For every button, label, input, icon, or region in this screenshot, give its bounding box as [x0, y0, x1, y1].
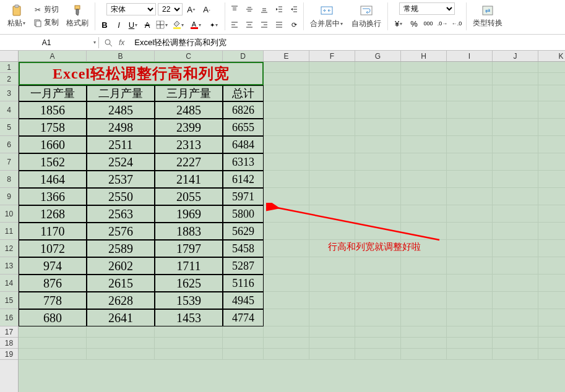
data-cell[interactable]: 2511	[87, 136, 155, 153]
zoom-icon[interactable]	[103, 37, 114, 48]
col-header-D[interactable]: D	[223, 51, 264, 61]
orientation-button[interactable]: ⟳	[287, 18, 301, 32]
data-cell[interactable]: 1883	[155, 223, 223, 240]
comma-button[interactable]: 000	[421, 17, 435, 30]
number-format-select[interactable]: 常规	[399, 2, 455, 15]
data-cell[interactable]: 2576	[87, 223, 155, 240]
align-middle-button[interactable]	[243, 2, 256, 16]
row-header-12[interactable]: 12	[0, 240, 18, 257]
data-cell[interactable]: 5800	[223, 205, 264, 223]
data-cell[interactable]: 2550	[87, 188, 155, 205]
row-header-1[interactable]: 1	[0, 62, 18, 73]
name-box-dropdown[interactable]: ▾	[93, 40, 96, 45]
align-center-button[interactable]	[243, 18, 256, 32]
data-cell[interactable]: 2563	[87, 205, 155, 223]
row-header-3[interactable]: 3	[0, 85, 18, 101]
copy-button[interactable]: 复制	[30, 16, 61, 29]
data-cell[interactable]: 1366	[19, 188, 87, 205]
increase-font-button[interactable]: A+	[184, 2, 198, 16]
decrease-font-button[interactable]: A-	[200, 2, 213, 16]
font-name-select[interactable]: 宋体	[106, 3, 156, 15]
percent-button[interactable]: %	[407, 17, 421, 30]
data-cell[interactable]: 6142	[223, 171, 264, 188]
row-header-10[interactable]: 10	[0, 205, 18, 223]
decrease-indent-button[interactable]	[272, 2, 286, 16]
name-box[interactable]	[0, 37, 93, 48]
merge-center-button[interactable]: 合并居中▾	[306, 3, 347, 30]
col-header-K[interactable]: K	[538, 51, 565, 61]
increase-indent-button[interactable]	[287, 2, 301, 16]
title-cell[interactable]: Excel轻松调整行高和列宽	[19, 62, 264, 85]
data-cell[interactable]: 5629	[223, 223, 264, 240]
row-header-13[interactable]: 13	[0, 257, 18, 275]
data-cell[interactable]: 2399	[155, 119, 223, 136]
increase-decimal-button[interactable]: .0→	[436, 17, 449, 30]
data-cell[interactable]: 1268	[19, 205, 87, 223]
data-cell[interactable]: 2485	[87, 101, 155, 119]
decrease-decimal-button[interactable]: ←.0	[450, 17, 464, 30]
data-cell[interactable]: 2628	[87, 292, 155, 309]
row-header-11[interactable]: 11	[0, 223, 18, 240]
underline-button[interactable]: U▾	[126, 18, 140, 32]
format-painter-button[interactable]: 格式刷	[63, 2, 92, 30]
data-cell[interactable]: 2313	[155, 136, 223, 153]
justify-button[interactable]	[272, 18, 286, 32]
row-header-14[interactable]: 14	[0, 275, 18, 292]
data-cell[interactable]: 5287	[223, 257, 264, 275]
row-header-17[interactable]: 17	[0, 326, 18, 338]
data-cell[interactable]: 2141	[155, 171, 223, 188]
col-header-J[interactable]: J	[493, 51, 538, 61]
formula-input[interactable]	[131, 36, 565, 48]
cells-area[interactable]: Excel轻松调整行高和列宽 一月产量二月产量三月产量总计18562485248…	[19, 62, 565, 392]
data-cell[interactable]: 2498	[87, 119, 155, 136]
data-cell[interactable]: 1072	[19, 240, 87, 257]
row-header-2[interactable]: 2	[0, 73, 18, 85]
row-header-15[interactable]: 15	[0, 292, 18, 309]
data-cell[interactable]: 974	[19, 257, 87, 275]
data-cell[interactable]: 778	[19, 292, 87, 309]
header-cell[interactable]: 三月产量	[155, 85, 223, 101]
data-cell[interactable]: 1562	[19, 153, 87, 171]
cut-button[interactable]: ✂ 剪切	[30, 3, 61, 16]
fx-label[interactable]: fx	[116, 38, 127, 47]
currency-button[interactable]: ¥▾	[390, 17, 407, 30]
data-cell[interactable]: 2602	[87, 257, 155, 275]
col-header-E[interactable]: E	[264, 51, 309, 61]
data-cell[interactable]: 4945	[223, 292, 264, 309]
data-cell[interactable]: 6313	[223, 153, 264, 171]
data-cell[interactable]: 1660	[19, 136, 87, 153]
col-header-F[interactable]: F	[309, 51, 355, 61]
data-cell[interactable]: 2055	[155, 188, 223, 205]
data-cell[interactable]: 1464	[19, 171, 87, 188]
data-cell[interactable]: 2615	[87, 275, 155, 292]
row-header-7[interactable]: 7	[0, 153, 18, 171]
row-header-5[interactable]: 5	[0, 119, 18, 136]
row-header-9[interactable]: 9	[0, 188, 18, 205]
row-header-16[interactable]: 16	[0, 309, 18, 326]
font-color-button[interactable]: A▾	[187, 18, 204, 32]
data-cell[interactable]: 4774	[223, 309, 264, 326]
row-header-18[interactable]: 18	[0, 338, 18, 349]
col-header-C[interactable]: C	[155, 51, 223, 61]
data-cell[interactable]: 876	[19, 275, 87, 292]
col-header-G[interactable]: G	[355, 51, 401, 61]
phonetic-button[interactable]: ✦▾	[205, 18, 222, 32]
data-cell[interactable]: 5458	[223, 240, 264, 257]
col-header-H[interactable]: H	[401, 51, 447, 61]
data-cell[interactable]: 1453	[155, 309, 223, 326]
bold-button[interactable]: B	[98, 18, 111, 32]
align-left-button[interactable]	[228, 18, 241, 32]
data-cell[interactable]: 2537	[87, 171, 155, 188]
data-cell[interactable]: 1711	[155, 257, 223, 275]
row-header-19[interactable]: 19	[0, 349, 18, 360]
data-cell[interactable]: 2641	[87, 309, 155, 326]
italic-button[interactable]: I	[112, 18, 126, 32]
header-cell[interactable]: 一月产量	[19, 85, 87, 101]
header-cell[interactable]: 二月产量	[87, 85, 155, 101]
data-cell[interactable]: 1969	[155, 205, 223, 223]
data-cell[interactable]: 2227	[155, 153, 223, 171]
fill-color-button[interactable]: ▾	[169, 18, 186, 32]
align-right-button[interactable]	[257, 18, 271, 32]
data-cell[interactable]: 5116	[223, 275, 264, 292]
strikethrough-button[interactable]: A	[140, 18, 154, 32]
